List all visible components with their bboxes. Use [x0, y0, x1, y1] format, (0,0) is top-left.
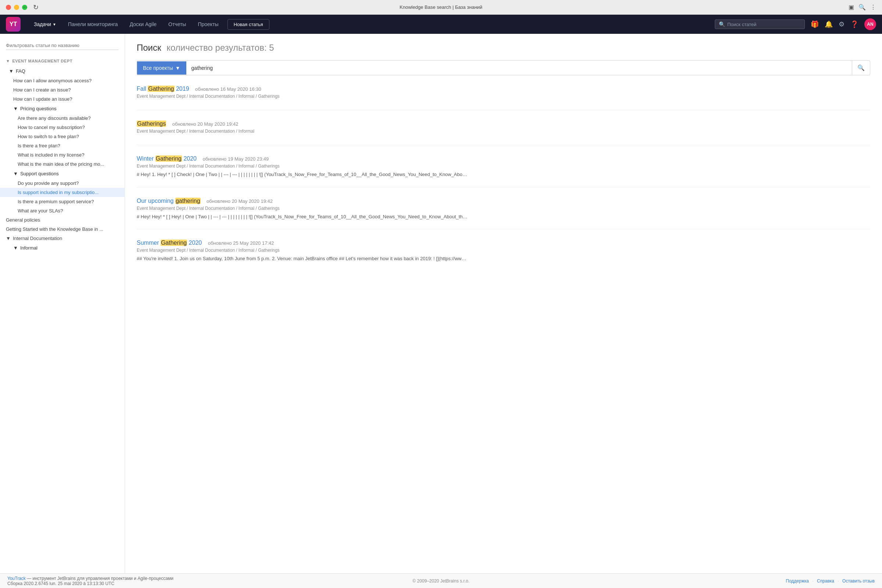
result-snippet-4: # Hey! Hey! * [ ] Hey! | One | Two | | -… [137, 213, 468, 220]
help-icon[interactable]: ❓ [850, 20, 858, 28]
sidebar-item-license[interactable]: What is included in my license? [0, 150, 124, 159]
close-button[interactable] [6, 5, 11, 10]
highlight-gathering-3: Gathering [156, 156, 182, 162]
sidebar-filter-section [0, 38, 124, 56]
sidebar-item-pricing-idea[interactable]: What is the main idea of the pricing mo.… [0, 159, 124, 169]
highlight-gathering-5: Gathering [160, 240, 187, 246]
sidebar-item-premium-support[interactable]: Is there a premium support service? [0, 197, 124, 206]
chevron-right-icon: ▼ [13, 245, 18, 250]
search-bar: Все проекты ▼ 🔍 [137, 60, 870, 75]
search-icon: 🔍 [719, 21, 725, 27]
footer-feedback-link[interactable]: Оставить отзыв [842, 579, 874, 584]
chevron-down-icon: ▼ [175, 65, 180, 71]
search-icon[interactable]: 🔍 [858, 4, 866, 10]
footer-support-link[interactable]: Поддержка [786, 579, 809, 584]
sidebar-item-create-issue[interactable]: How can I create an issue? [0, 85, 124, 94]
sidebar-group-pricing[interactable]: ▼ Pricing questions [0, 104, 124, 114]
nav-reports[interactable]: Отчеты [162, 15, 192, 34]
page-title: Knowledge Base search | База знаний [399, 4, 482, 10]
chevron-down-icon: ▼ [13, 171, 18, 176]
result-breadcrumb-2: Event Management Dept / Internal Documen… [137, 129, 870, 134]
titlebar: ← ↻ Knowledge Base search | База знаний … [0, 0, 882, 15]
nav-projects[interactable]: Проекты [192, 15, 224, 34]
highlight-gatherings: Gatherings [137, 120, 166, 127]
footer-sep-2: · [837, 579, 838, 584]
result-title-3[interactable]: Winter Gathering 2020 обновлено 19 May 2… [137, 156, 870, 162]
footer-help-link[interactable]: Справка [817, 579, 834, 584]
nav-agile[interactable]: Доски Agile [124, 15, 162, 34]
sidebar-item-free-plan-switch[interactable]: How to switch to a free plan? [0, 132, 124, 141]
search-results-heading: Поиск количество результатов: 5 [137, 43, 870, 53]
screenshot-icon[interactable]: ▣ [849, 4, 854, 10]
search-icon: 🔍 [857, 64, 865, 71]
sidebar-item-slas[interactable]: What are your SLAs? [0, 206, 124, 215]
bell-icon[interactable]: 🔔 [825, 20, 833, 28]
youtrack-brand-link[interactable]: YouTrack [8, 576, 26, 581]
result-item-2: Gatherings обновлено 20 May 2020 19:42 E… [137, 120, 870, 145]
user-avatar[interactable]: AN [864, 18, 876, 30]
result-item-4: Our upcoming gathering обновлено 20 May … [137, 198, 870, 230]
back-icon[interactable]: ← [22, 3, 28, 11]
footer-sep-1: · [812, 579, 813, 584]
reload-icon[interactable]: ↻ [33, 3, 39, 11]
gift-icon[interactable]: 🎁 [811, 20, 819, 28]
sidebar-item-general-policies[interactable]: General policies [0, 215, 124, 225]
sidebar-item-anon-access[interactable]: How can I allow anonymous access? [0, 76, 124, 85]
highlight-gathering-4: gathering [175, 198, 201, 204]
footer: YouTrack — инструмент JetBrains для упра… [0, 573, 882, 588]
nav-tasks[interactable]: Задачи ▼ [28, 15, 62, 34]
result-snippet-3: # Hey! 1. Hey! * [ ] Check! | One | Two … [137, 171, 468, 178]
sidebar-item-cancel-sub[interactable]: How to cancel my subscription? [0, 123, 124, 132]
result-breadcrumb-1: Event Management Dept / Internal Documen… [137, 94, 870, 99]
titlebar-right-icons: ▣ 🔍 ⋮ [849, 4, 876, 10]
sidebar-item-free-plan[interactable]: Is there a free plan? [0, 141, 124, 150]
navbar-right-icons: 🎁 🔔 ⚙ ❓ AN [811, 18, 876, 30]
sidebar-section-header: ▼ EVENT MANAGEMENT DEPT [0, 56, 124, 66]
result-item-5: Summer Gathering 2020 обновлено 25 May 2… [137, 240, 870, 271]
chevron-down-icon: ▼ [52, 22, 56, 27]
result-title-4[interactable]: Our upcoming gathering обновлено 20 May … [137, 198, 870, 204]
main-layout: ▼ EVENT MANAGEMENT DEPT ▼ FAQ How can I … [0, 34, 882, 573]
footer-copyright: © 2009–2020 JetBrains s.r.o. [297, 579, 586, 584]
sidebar: ▼ EVENT MANAGEMENT DEPT ▼ FAQ How can I … [0, 34, 125, 573]
result-snippet-5: ## You're invited! 1. Join us on Saturda… [137, 255, 468, 262]
sidebar-group-support[interactable]: ▼ Support questions [0, 169, 124, 178]
project-filter-button[interactable]: Все проекты ▼ [137, 62, 186, 75]
result-breadcrumb-3: Event Management Dept / Internal Documen… [137, 164, 870, 169]
nav-dashboards[interactable]: Панели мониторинга [62, 15, 124, 34]
settings-icon[interactable]: ⚙ [838, 20, 844, 28]
footer-build-info: Сборка 2020.2.6745 lun. 25 mai 2020 à 13… [8, 581, 297, 586]
sidebar-group-faq[interactable]: ▼ FAQ [0, 66, 124, 76]
sidebar-item-support-included[interactable]: Is support included in my subscriptio... [0, 188, 124, 197]
navbar-search-input[interactable] [727, 22, 801, 27]
app-logo[interactable]: YT [6, 17, 21, 32]
chevron-down-icon: ▼ [6, 59, 10, 63]
top-navbar: YT Задачи ▼ Панели мониторинга Доски Agi… [0, 15, 882, 34]
highlight-gathering: Gathering [148, 86, 174, 92]
result-breadcrumb-5: Event Management Dept / Internal Documen… [137, 248, 870, 253]
result-title-1[interactable]: Fall Gathering 2019 обновлено 16 May 202… [137, 86, 870, 92]
sidebar-item-getting-started[interactable]: Getting Started with the Knowledge Base … [0, 225, 124, 234]
result-title-2[interactable]: Gatherings обновлено 20 May 2020 19:42 [137, 120, 870, 127]
sidebar-filter-input[interactable] [6, 41, 119, 50]
search-go-button[interactable]: 🔍 [852, 61, 870, 75]
chevron-down-icon: ▼ [9, 68, 14, 74]
minimize-button[interactable] [14, 5, 19, 10]
chevron-down-icon: ▼ [6, 236, 10, 241]
search-input[interactable] [186, 62, 852, 75]
sidebar-item-discounts[interactable]: Are there any discounts available? [0, 114, 124, 123]
navbar-search-bar[interactable]: 🔍 [715, 20, 805, 29]
result-breadcrumb-4: Event Management Dept / Internal Documen… [137, 206, 870, 211]
sidebar-item-provide-support[interactable]: Do you provide any support? [0, 178, 124, 188]
sidebar-item-update-issue[interactable]: How can I update an issue? [0, 94, 124, 104]
result-item-1: Fall Gathering 2019 обновлено 16 May 202… [137, 86, 870, 110]
menu-icon[interactable]: ⋮ [870, 4, 876, 10]
sidebar-group-informal[interactable]: ▼ Informal [0, 243, 124, 253]
footer-left: YouTrack — инструмент JetBrains для упра… [8, 576, 297, 586]
nav-items: Задачи ▼ Панели мониторинга Доски Agile … [28, 15, 709, 34]
sidebar-item-internal-docs[interactable]: ▼ Internal Documentation [0, 234, 124, 243]
result-title-5[interactable]: Summer Gathering 2020 обновлено 25 May 2… [137, 240, 870, 246]
new-article-button[interactable]: Новая статья [228, 19, 269, 30]
chevron-down-icon: ▼ [13, 106, 18, 111]
browser-nav: ← ↻ [22, 3, 39, 11]
